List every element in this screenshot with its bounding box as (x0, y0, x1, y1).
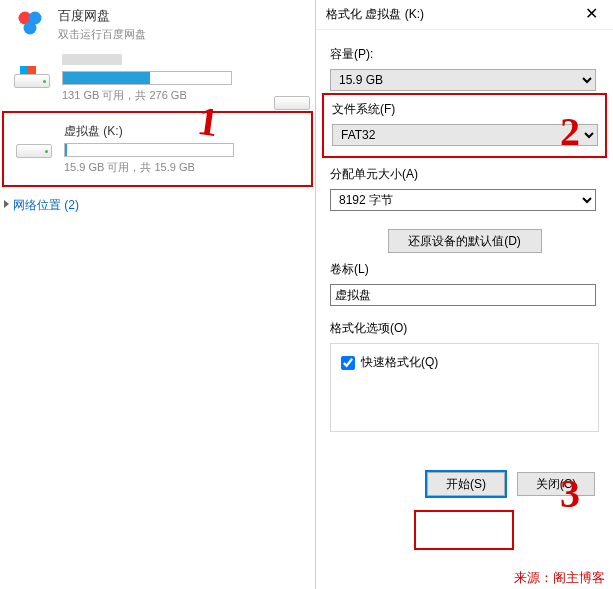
drive-icon-small (272, 88, 312, 114)
drive-icon (12, 66, 52, 92)
capacity-label: 容量(P): (330, 46, 599, 63)
app-title: 百度网盘 (58, 7, 146, 25)
capacity-bar (62, 71, 232, 85)
drive-icon (14, 136, 54, 162)
quick-format-input[interactable] (341, 356, 355, 370)
capacity-bar (64, 143, 234, 157)
volume-input[interactable] (330, 284, 596, 306)
allocation-label: 分配单元大小(A) (330, 166, 599, 183)
expand-icon (4, 200, 9, 208)
capacity-select[interactable]: 15.9 GB (330, 69, 596, 91)
format-options: 快速格式化(Q) (330, 343, 599, 432)
app-subtitle: 双击运行百度网盘 (58, 27, 146, 42)
volume-label: 卷标(L) (330, 261, 599, 278)
network-location[interactable]: 网络位置 (2) (0, 191, 315, 214)
filesystem-select[interactable]: FAT32 (332, 124, 598, 146)
close-button[interactable]: 关闭(C) (517, 472, 595, 496)
close-icon[interactable]: ✕ (569, 0, 613, 30)
filesystem-label: 文件系统(F) (332, 101, 597, 118)
app-entry[interactable]: 百度网盘 双击运行百度网盘 (0, 0, 315, 48)
drive-name-hidden (62, 54, 122, 65)
drive-c[interactable]: 131 GB 可用，共 276 GB (0, 50, 315, 107)
annotation-box-1: 虚拟盘 (K:) 15.9 GB 可用，共 15.9 GB (2, 111, 313, 187)
allocation-select[interactable]: 8192 字节 (330, 189, 596, 211)
start-button[interactable]: 开始(S) (427, 472, 505, 496)
source-watermark: 来源：阁主博客 (514, 569, 605, 587)
drive-subtext: 15.9 GB 可用，共 15.9 GB (64, 160, 297, 175)
svg-point-2 (24, 22, 37, 35)
format-dialog: 格式化 虚拟盘 (K:) ✕ 容量(P): 15.9 GB 文件系统(F) FA… (315, 0, 613, 589)
titlebar[interactable]: 格式化 虚拟盘 (K:) ✕ (316, 0, 613, 30)
restore-defaults-button[interactable]: 还原设备的默认值(D) (388, 229, 542, 253)
drive-name: 虚拟盘 (K:) (64, 123, 297, 140)
quick-format-checkbox[interactable]: 快速格式化(Q) (341, 354, 588, 371)
baidu-netdisk-icon (12, 6, 48, 42)
annotation-box-2: 文件系统(F) FAT32 (322, 93, 607, 158)
drive-subtext: 131 GB 可用，共 276 GB (62, 88, 307, 103)
dialog-title: 格式化 虚拟盘 (K:) (326, 6, 424, 23)
options-legend: 格式化选项(O) (330, 320, 599, 337)
drive-k[interactable]: 虚拟盘 (K:) 15.9 GB 可用，共 15.9 GB (14, 119, 305, 179)
